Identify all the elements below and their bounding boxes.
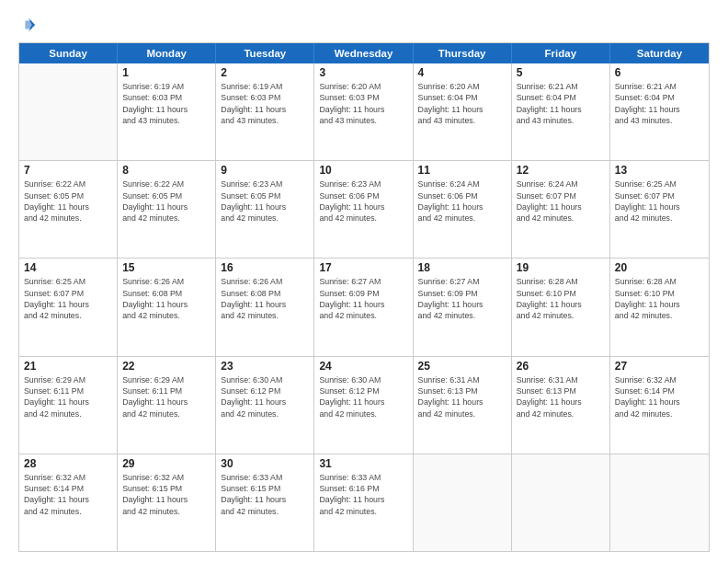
day-number: 5 <box>517 66 605 79</box>
day-info: Sunrise: 6:27 AM Sunset: 6:09 PM Dayligh… <box>418 276 506 321</box>
day-number: 22 <box>122 360 210 373</box>
calendar-cell-r4c0: 28Sunrise: 6:32 AM Sunset: 6:14 PM Dayli… <box>19 454 118 551</box>
calendar-cell-r2c0: 14Sunrise: 6:25 AM Sunset: 6:07 PM Dayli… <box>19 259 118 355</box>
calendar-cell-r4c2: 30Sunrise: 6:33 AM Sunset: 6:15 PM Dayli… <box>216 454 314 551</box>
day-number: 4 <box>418 66 506 79</box>
weekday-header-tuesday: Tuesday <box>216 43 314 63</box>
calendar-header: SundayMondayTuesdayWednesdayThursdayFrid… <box>19 43 709 63</box>
calendar-cell-r0c3: 3Sunrise: 6:20 AM Sunset: 6:03 PM Daylig… <box>314 63 413 160</box>
calendar-cell-r3c0: 21Sunrise: 6:29 AM Sunset: 6:11 PM Dayli… <box>19 357 118 454</box>
logo-icon <box>20 17 37 33</box>
calendar-cell-r1c3: 10Sunrise: 6:23 AM Sunset: 6:06 PM Dayli… <box>314 161 413 258</box>
day-number: 15 <box>122 261 210 274</box>
day-info: Sunrise: 6:20 AM Sunset: 6:04 PM Dayligh… <box>418 81 506 126</box>
calendar-cell-r0c0 <box>19 63 118 160</box>
calendar-cell-r4c3: 31Sunrise: 6:33 AM Sunset: 6:16 PM Dayli… <box>314 454 413 551</box>
day-info: Sunrise: 6:32 AM Sunset: 6:14 PM Dayligh… <box>615 374 704 419</box>
day-number: 17 <box>319 261 407 274</box>
calendar-cell-r1c6: 13Sunrise: 6:25 AM Sunset: 6:07 PM Dayli… <box>610 161 709 258</box>
day-number: 23 <box>221 360 309 373</box>
calendar-row-4: 28Sunrise: 6:32 AM Sunset: 6:14 PM Dayli… <box>19 454 709 551</box>
day-info: Sunrise: 6:27 AM Sunset: 6:09 PM Dayligh… <box>319 276 407 321</box>
calendar-cell-r4c6 <box>610 454 709 551</box>
day-number: 1 <box>122 66 210 79</box>
day-info: Sunrise: 6:23 AM Sunset: 6:06 PM Dayligh… <box>319 178 407 224</box>
calendar: SundayMondayTuesdayWednesdayThursdayFrid… <box>18 42 710 552</box>
day-number: 14 <box>24 261 112 274</box>
day-number: 26 <box>517 360 605 373</box>
day-info: Sunrise: 6:28 AM Sunset: 6:10 PM Dayligh… <box>615 276 704 321</box>
day-info: Sunrise: 6:26 AM Sunset: 6:08 PM Dayligh… <box>221 276 309 321</box>
day-info: Sunrise: 6:31 AM Sunset: 6:13 PM Dayligh… <box>517 374 605 419</box>
day-number: 8 <box>122 164 210 177</box>
day-number: 11 <box>418 164 506 177</box>
calendar-cell-r3c4: 25Sunrise: 6:31 AM Sunset: 6:13 PM Dayli… <box>414 357 512 454</box>
day-info: Sunrise: 6:19 AM Sunset: 6:03 PM Dayligh… <box>221 81 309 126</box>
weekday-header-wednesday: Wednesday <box>314 43 413 63</box>
calendar-cell-r2c3: 17Sunrise: 6:27 AM Sunset: 6:09 PM Dayli… <box>314 259 413 355</box>
weekday-header-sunday: Sunday <box>19 43 118 63</box>
calendar-row-1: 7Sunrise: 6:22 AM Sunset: 6:05 PM Daylig… <box>19 160 709 258</box>
calendar-cell-r0c6: 6Sunrise: 6:21 AM Sunset: 6:04 PM Daylig… <box>610 63 709 160</box>
day-number: 31 <box>319 457 407 470</box>
day-number: 7 <box>24 164 112 177</box>
day-number: 12 <box>517 164 605 177</box>
day-info: Sunrise: 6:33 AM Sunset: 6:16 PM Dayligh… <box>319 472 407 517</box>
day-info: Sunrise: 6:22 AM Sunset: 6:05 PM Dayligh… <box>24 178 112 224</box>
day-number: 13 <box>615 164 704 177</box>
day-number: 24 <box>319 360 407 373</box>
day-number: 2 <box>221 66 309 79</box>
day-info: Sunrise: 6:22 AM Sunset: 6:05 PM Dayligh… <box>122 178 210 224</box>
calendar-cell-r1c1: 8Sunrise: 6:22 AM Sunset: 6:05 PM Daylig… <box>118 161 216 258</box>
calendar-body: 1Sunrise: 6:19 AM Sunset: 6:03 PM Daylig… <box>19 63 709 551</box>
weekday-header-friday: Friday <box>512 43 610 63</box>
day-info: Sunrise: 6:25 AM Sunset: 6:07 PM Dayligh… <box>615 178 704 224</box>
calendar-cell-r3c2: 23Sunrise: 6:30 AM Sunset: 6:12 PM Dayli… <box>216 357 314 454</box>
day-info: Sunrise: 6:30 AM Sunset: 6:12 PM Dayligh… <box>319 374 407 419</box>
day-info: Sunrise: 6:21 AM Sunset: 6:04 PM Dayligh… <box>517 81 605 126</box>
day-info: Sunrise: 6:33 AM Sunset: 6:15 PM Dayligh… <box>221 472 309 517</box>
calendar-cell-r2c4: 18Sunrise: 6:27 AM Sunset: 6:09 PM Dayli… <box>414 259 512 355</box>
calendar-cell-r3c5: 26Sunrise: 6:31 AM Sunset: 6:13 PM Dayli… <box>512 357 610 454</box>
day-number: 28 <box>24 457 112 470</box>
calendar-cell-r2c1: 15Sunrise: 6:26 AM Sunset: 6:08 PM Dayli… <box>118 259 216 355</box>
day-number: 18 <box>418 261 506 274</box>
day-info: Sunrise: 6:28 AM Sunset: 6:10 PM Dayligh… <box>517 276 605 321</box>
weekday-header-monday: Monday <box>118 43 216 63</box>
calendar-cell-r0c5: 5Sunrise: 6:21 AM Sunset: 6:04 PM Daylig… <box>512 63 610 160</box>
day-number: 16 <box>221 261 309 274</box>
calendar-cell-r1c0: 7Sunrise: 6:22 AM Sunset: 6:05 PM Daylig… <box>19 161 118 258</box>
day-number: 10 <box>319 164 407 177</box>
day-number: 19 <box>517 261 605 274</box>
header <box>18 17 710 33</box>
calendar-cell-r1c4: 11Sunrise: 6:24 AM Sunset: 6:06 PM Dayli… <box>414 161 512 258</box>
calendar-row-0: 1Sunrise: 6:19 AM Sunset: 6:03 PM Daylig… <box>19 63 709 160</box>
calendar-cell-r1c5: 12Sunrise: 6:24 AM Sunset: 6:07 PM Dayli… <box>512 161 610 258</box>
day-info: Sunrise: 6:24 AM Sunset: 6:06 PM Dayligh… <box>418 178 506 224</box>
calendar-cell-r0c4: 4Sunrise: 6:20 AM Sunset: 6:04 PM Daylig… <box>414 63 512 160</box>
day-info: Sunrise: 6:29 AM Sunset: 6:11 PM Dayligh… <box>24 374 112 419</box>
calendar-cell-r0c2: 2Sunrise: 6:19 AM Sunset: 6:03 PM Daylig… <box>216 63 314 160</box>
day-number: 3 <box>319 66 407 79</box>
calendar-cell-r3c1: 22Sunrise: 6:29 AM Sunset: 6:11 PM Dayli… <box>118 357 216 454</box>
day-info: Sunrise: 6:32 AM Sunset: 6:15 PM Dayligh… <box>122 472 210 517</box>
day-number: 21 <box>24 360 112 373</box>
calendar-cell-r1c2: 9Sunrise: 6:23 AM Sunset: 6:05 PM Daylig… <box>216 161 314 258</box>
calendar-row-3: 21Sunrise: 6:29 AM Sunset: 6:11 PM Dayli… <box>19 356 709 454</box>
calendar-cell-r3c3: 24Sunrise: 6:30 AM Sunset: 6:12 PM Dayli… <box>314 357 413 454</box>
calendar-cell-r2c2: 16Sunrise: 6:26 AM Sunset: 6:08 PM Dayli… <box>216 259 314 355</box>
day-number: 29 <box>122 457 210 470</box>
day-info: Sunrise: 6:30 AM Sunset: 6:12 PM Dayligh… <box>221 374 309 419</box>
calendar-cell-r4c5 <box>512 454 610 551</box>
day-number: 27 <box>615 360 704 373</box>
svg-marker-1 <box>25 21 31 29</box>
calendar-cell-r4c4 <box>414 454 512 551</box>
day-number: 25 <box>418 360 506 373</box>
day-info: Sunrise: 6:24 AM Sunset: 6:07 PM Dayligh… <box>517 178 605 224</box>
page: SundayMondayTuesdayWednesdayThursdayFrid… <box>0 0 728 563</box>
calendar-cell-r2c6: 20Sunrise: 6:28 AM Sunset: 6:10 PM Dayli… <box>610 259 709 355</box>
calendar-cell-r3c6: 27Sunrise: 6:32 AM Sunset: 6:14 PM Dayli… <box>610 357 709 454</box>
day-info: Sunrise: 6:20 AM Sunset: 6:03 PM Dayligh… <box>319 81 407 126</box>
day-info: Sunrise: 6:26 AM Sunset: 6:08 PM Dayligh… <box>122 276 210 321</box>
day-info: Sunrise: 6:23 AM Sunset: 6:05 PM Dayligh… <box>221 178 309 224</box>
